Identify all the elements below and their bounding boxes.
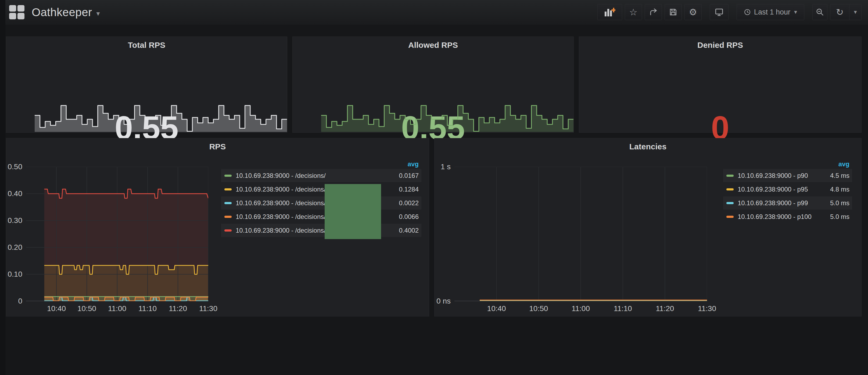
- bar-chart-plus-icon: [604, 7, 615, 17]
- panel-title[interactable]: Latencies: [435, 142, 861, 151]
- x-axis-tick-label: 10:40: [47, 304, 66, 313]
- x-axis-tick-label: 11:10: [614, 304, 632, 313]
- series-avg-value: 0.0022: [399, 199, 422, 207]
- latencies-legend: avg10.10.69.238:9000 - p904.5 ms10.10.69…: [723, 159, 852, 224]
- zoom-out-icon: [815, 8, 824, 17]
- x-axis-tick-label: 10:50: [78, 304, 96, 313]
- series-avg-value: 0.0167: [399, 172, 422, 180]
- y-axis-tick-label: 0.50: [8, 162, 23, 171]
- series-avg-value: 0.4002: [399, 227, 422, 234]
- refresh-button-group: ↻ ▾: [830, 4, 862, 20]
- grafana-dashboard-grid-icon[interactable]: [9, 5, 25, 19]
- series-label: 10.10.69.238:9000 - /decisions/: [236, 172, 326, 180]
- series-color-dash-icon: [224, 216, 231, 218]
- share-button[interactable]: [645, 4, 662, 20]
- series-label: 10.10.69.238:9000 - p95: [738, 186, 808, 193]
- x-axis-tick-label: 11:00: [571, 304, 590, 313]
- y-axis-tick-label: 0.20: [8, 243, 23, 252]
- save-button[interactable]: [664, 4, 682, 20]
- legend-row[interactable]: 10.10.69.238:9000 - /decisions/0.0066: [221, 210, 422, 223]
- series-color-dash-icon: [224, 175, 231, 177]
- chevron-down-icon: ▾: [794, 9, 797, 15]
- legend-row[interactable]: 10.10.69.238:9000 - /decisions/0.1284: [221, 183, 422, 196]
- stat-panel-total-rps: Total RPS 0.55: [6, 36, 287, 133]
- x-axis-tick-label: 10:40: [487, 304, 506, 313]
- latencies-chart-svg: [455, 167, 707, 301]
- refresh-interval-dropdown[interactable]: ▾: [849, 4, 861, 20]
- panel-title[interactable]: RPS: [6, 142, 429, 151]
- rps-legend: avg10.10.69.238:9000 - /decisions/0.0167…: [221, 159, 422, 238]
- series-avg-value: 0.1284: [399, 186, 422, 193]
- gear-icon: ⚙: [689, 7, 697, 17]
- x-axis-tick-label: 11:20: [169, 304, 187, 313]
- legend-avg-header[interactable]: avg: [723, 159, 852, 169]
- navbar: Oathkeeper ▾ ☆: [5, 0, 868, 25]
- share-icon: [649, 7, 658, 17]
- y-axis-tick-label: 0 ns: [436, 297, 451, 306]
- legend-row[interactable]: 10.10.69.238:9000 - p954.8 ms: [723, 183, 852, 196]
- series-avg-value: 0.0066: [399, 213, 422, 221]
- monitor-icon: [715, 7, 724, 17]
- series-color-dash-icon: [726, 216, 734, 218]
- series-avg-value: 4.5 ms: [830, 172, 852, 180]
- allowed-rps-sparkline: [321, 101, 574, 132]
- series-avg-value: 5.0 ms: [830, 213, 852, 221]
- add-panel-button[interactable]: [597, 4, 622, 20]
- settings-button[interactable]: ⚙: [684, 4, 702, 20]
- dashboard-title: Oathkeeper: [32, 6, 92, 19]
- y-axis-tick-label: 0.30: [8, 216, 23, 225]
- series-label: 10.10.69.238:9000 - /decisions/: [236, 213, 326, 221]
- series-color-dash-icon: [726, 202, 734, 204]
- series-color-dash-icon: [726, 188, 734, 190]
- series-label: 10.10.69.238:9000 - p99: [738, 199, 808, 207]
- series-avg-value: 4.8 ms: [830, 186, 852, 193]
- x-axis-tick-label: 11:10: [138, 304, 157, 313]
- left-sidebar-strip: [0, 0, 5, 375]
- series-avg-value: 5.0 ms: [830, 199, 852, 207]
- chevron-down-icon: ▾: [96, 7, 100, 18]
- panel-title[interactable]: Total RPS: [6, 40, 287, 50]
- legend-avg-header[interactable]: avg: [221, 159, 422, 169]
- refresh-button[interactable]: ↻: [830, 4, 849, 20]
- graph-panel-latencies: Latencies 0 ns1 s10:4010:5011:0011:1011:…: [434, 138, 862, 316]
- x-axis-tick-label: 11:20: [656, 304, 674, 313]
- stat-panel-denied-rps: Denied RPS 0: [579, 36, 862, 133]
- refresh-icon: ↻: [836, 7, 844, 17]
- latencies-plot[interactable]: 0 ns1 s10:4010:5011:0011:1011:2011:30: [455, 167, 707, 301]
- star-icon: ☆: [629, 7, 638, 17]
- clock-icon: [744, 9, 751, 15]
- y-axis-tick-label: 1 s: [441, 162, 451, 171]
- rps-chart-svg: [26, 167, 208, 301]
- legend-row[interactable]: 10.10.69.238:9000 - /decisions/0.0022: [221, 196, 422, 210]
- legend-row[interactable]: 10.10.69.238:9000 - /decisions/0.0167: [221, 169, 422, 182]
- green-overlay-artifact: [324, 184, 381, 239]
- star-button[interactable]: ☆: [625, 4, 642, 20]
- series-color-dash-icon: [224, 188, 231, 190]
- zoom-out-button[interactable]: [812, 4, 828, 20]
- legend-row[interactable]: 10.10.69.238:9000 - p1005.0 ms: [723, 210, 852, 223]
- stat-panel-allowed-rps: Allowed RPS 0.55: [292, 36, 574, 133]
- legend-row[interactable]: 10.10.69.238:9000 - p995.0 ms: [723, 196, 852, 210]
- cycle-view-button[interactable]: [710, 4, 728, 20]
- x-axis-tick-label: 10:50: [529, 304, 548, 313]
- y-axis-tick-label: 0: [18, 297, 22, 306]
- series-color-dash-icon: [224, 229, 231, 231]
- time-range-label: Last 1 hour: [754, 8, 790, 17]
- time-range-picker[interactable]: Last 1 hour ▾: [737, 4, 804, 20]
- series-label: 10.10.69.238:9000 - p100: [738, 213, 812, 221]
- total-rps-sparkline: [35, 101, 287, 132]
- series-label: 10.10.69.238:9000 - p90: [738, 172, 808, 180]
- panel-title[interactable]: Allowed RPS: [293, 40, 574, 50]
- toolbar: ☆ ⚙: [595, 4, 862, 20]
- series-label: 10.10.69.238:9000 - /decisions/: [236, 227, 326, 234]
- x-axis-tick-label: 11:30: [698, 304, 716, 313]
- chevron-down-icon: ▾: [854, 9, 857, 15]
- legend-row[interactable]: 10.10.69.238:9000 - p904.5 ms: [723, 169, 852, 182]
- series-color-dash-icon: [224, 202, 231, 204]
- dashboard-title-dropdown[interactable]: Oathkeeper ▾: [32, 0, 100, 25]
- series-label: 10.10.69.238:9000 - /decisions/: [236, 199, 326, 207]
- legend-row[interactable]: 10.10.69.238:9000 - /decisions/0.4002: [221, 224, 422, 237]
- rps-plot[interactable]: 00.100.200.300.400.5010:4010:5011:0011:1…: [26, 167, 208, 301]
- panel-title[interactable]: Denied RPS: [579, 40, 861, 50]
- x-axis-tick-label: 11:30: [199, 304, 217, 313]
